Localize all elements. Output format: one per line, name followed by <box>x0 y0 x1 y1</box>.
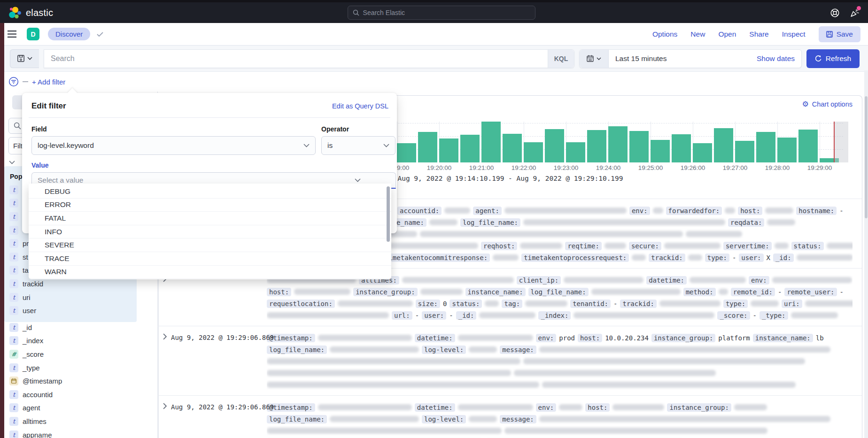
field-badge[interactable]: remote_user: <box>784 288 837 296</box>
histogram-bar[interactable] <box>439 138 458 162</box>
page-scrollbar[interactable] <box>864 70 868 438</box>
kql-selector[interactable]: KQL <box>548 50 574 68</box>
field-badge[interactable]: log-level: <box>422 346 466 354</box>
histogram-bar[interactable] <box>735 141 754 162</box>
histogram-bar[interactable] <box>651 140 670 162</box>
field-badge[interactable]: reqdata: <box>728 218 764 227</box>
field-badge[interactable]: timetakentocommitresponse: <box>382 254 490 262</box>
field-list-item[interactable]: #_score <box>4 347 145 361</box>
field-list-item[interactable]: @timestamp <box>4 374 145 388</box>
field-badge[interactable]: host: <box>578 334 602 342</box>
field-badge[interactable]: servertime: <box>723 242 772 250</box>
histogram-bar[interactable] <box>545 129 564 162</box>
save-button[interactable]: Save <box>819 26 860 42</box>
histogram-bar[interactable] <box>587 130 606 162</box>
field-badge[interactable]: size: <box>416 300 440 308</box>
field-badge[interactable]: hostname: <box>796 207 837 215</box>
field-badge[interactable]: user: <box>739 254 763 262</box>
filter-icon[interactable] <box>8 77 19 87</box>
histogram-bar[interactable] <box>756 132 775 162</box>
value-option[interactable]: FATAL <box>29 212 391 225</box>
news-feed-icon[interactable] <box>849 8 860 18</box>
field-badge[interactable]: _type: <box>760 311 788 320</box>
field-list-item[interactable]: t_type <box>4 361 145 375</box>
share-link[interactable]: Share <box>749 30 768 38</box>
field-badge[interactable]: @timestamp: <box>267 334 315 342</box>
value-option[interactable]: WARN <box>29 266 391 279</box>
field-badge[interactable]: secure: <box>629 242 661 250</box>
histogram-bar[interactable] <box>693 143 712 162</box>
field-badge[interactable]: datetime: <box>646 276 687 284</box>
breadcrumb[interactable]: Discover <box>48 28 90 40</box>
field-badge[interactable]: timetakentoprocessrequest: <box>521 254 629 262</box>
field-badge[interactable]: _score: <box>717 311 750 320</box>
dropdown-scrollbar[interactable] <box>387 186 390 242</box>
histogram-bar[interactable] <box>418 132 437 162</box>
field-badge[interactable]: type: <box>723 300 748 308</box>
field-badge[interactable]: log_file_name: <box>460 218 520 227</box>
field-badge[interactable]: host: <box>585 403 610 412</box>
histogram-bar[interactable] <box>397 143 416 162</box>
histogram-bar[interactable] <box>503 134 522 162</box>
field-badge[interactable]: instance_group: <box>353 288 417 296</box>
field-badge[interactable]: _index: <box>538 311 571 320</box>
field-list-item[interactable]: tagent <box>4 401 145 415</box>
field-badge[interactable]: env: <box>629 207 650 215</box>
field-badge[interactable]: reqhost: <box>481 242 517 250</box>
field-badge[interactable]: tenantid: <box>570 300 611 308</box>
field-badge[interactable]: log_file_name: <box>267 415 327 423</box>
field-badge[interactable]: env: <box>749 276 769 284</box>
field-badge[interactable]: accountid: <box>397 207 442 215</box>
field-list-item[interactable]: tuser <box>4 304 137 317</box>
scrollbar-thumb[interactable] <box>865 96 868 218</box>
field-badge[interactable]: url: <box>392 311 412 320</box>
menu-icon[interactable] <box>8 31 16 38</box>
field-badge[interactable]: reqtime: <box>565 242 601 250</box>
field-badge[interactable]: _id: <box>773 254 794 262</box>
new-link[interactable]: New <box>690 30 705 38</box>
field-list-item[interactable]: turi <box>4 291 137 304</box>
open-link[interactable]: Open <box>718 30 736 38</box>
field-badge[interactable]: client_ip: <box>517 276 561 284</box>
field-select[interactable]: log-level.keyword <box>31 136 316 155</box>
field-list-item[interactable]: t_id <box>4 321 145 334</box>
field-list-item[interactable]: taccountid <box>4 388 145 401</box>
expand-row-icon[interactable] <box>163 333 167 340</box>
value-option[interactable]: SEVERE <box>29 238 391 252</box>
field-badge[interactable]: agent: <box>473 207 502 215</box>
field-badge[interactable]: status: <box>791 242 824 250</box>
histogram-bar[interactable] <box>524 142 543 162</box>
field-badge[interactable]: status: <box>450 300 482 308</box>
field-badge[interactable]: instance_name: <box>465 288 526 296</box>
field-badge[interactable]: env: <box>536 334 557 342</box>
histogram-bar[interactable] <box>777 138 797 162</box>
field-badge[interactable]: type: <box>705 254 729 262</box>
field-list-item[interactable]: tappname <box>4 428 145 438</box>
field-badge[interactable]: @timestamp: <box>267 403 315 412</box>
expand-row-icon[interactable] <box>163 403 167 409</box>
field-badge[interactable]: method: <box>683 288 716 296</box>
field-badge[interactable]: uri: <box>782 300 802 308</box>
field-badge[interactable]: instance_group: <box>651 334 715 342</box>
field-badge[interactable]: env: <box>536 403 557 412</box>
field-badge[interactable]: log-level: <box>422 415 466 423</box>
show-dates-link[interactable]: Show dates <box>757 54 801 63</box>
field-badge[interactable]: datetime: <box>415 334 455 342</box>
field-badge[interactable]: instance_name: <box>753 334 813 342</box>
date-picker-menu-button[interactable] <box>580 50 609 68</box>
field-badge[interactable]: user: <box>422 311 446 320</box>
histogram-bar[interactable] <box>481 122 501 162</box>
value-option[interactable]: DEBUG <box>29 185 391 199</box>
options-link[interactable]: Options <box>652 30 677 38</box>
field-list-item[interactable]: talltimes <box>4 415 145 428</box>
histogram-bar[interactable] <box>566 142 585 162</box>
histogram-bar[interactable] <box>629 131 649 162</box>
elastic-brand[interactable]: elastic <box>8 7 53 19</box>
field-badge[interactable]: trackid: <box>620 300 656 308</box>
space-badge[interactable]: D <box>27 28 39 40</box>
field-badge[interactable]: host: <box>267 288 291 296</box>
field-badge[interactable]: message: <box>500 415 536 423</box>
value-option[interactable]: ERROR <box>29 199 391 212</box>
operator-select[interactable]: is <box>321 136 395 155</box>
histogram-bar[interactable] <box>798 130 818 162</box>
